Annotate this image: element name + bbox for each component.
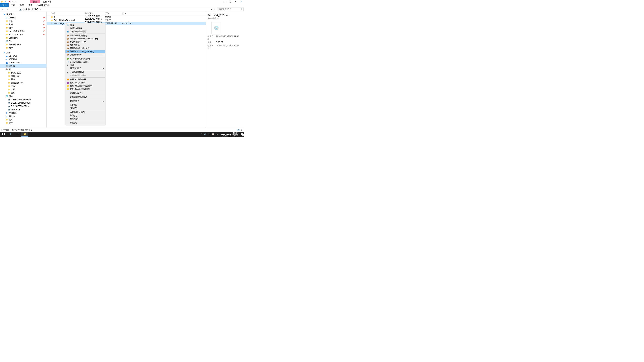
dropdown-icon[interactable]: ▾ (16, 0, 18, 3)
input-method-icon[interactable]: 📋 (212, 133, 214, 135)
ribbon-tab-file[interactable]: 文件 (0, 3, 9, 7)
nav-desktop[interactable]: 桌面 (0, 51, 46, 54)
refresh-icon[interactable]: ⟳ (213, 8, 215, 10)
nav-quick-access[interactable]: 快速访问 (0, 13, 46, 16)
security-icon[interactable]: ▲ (216, 133, 218, 135)
taskbar-explorer[interactable]: 📁 (21, 132, 28, 137)
nav-item[interactable]: Bandicam (0, 36, 46, 39)
view-thumbnails-button[interactable]: ▦ (240, 129, 243, 131)
nav-control-panel[interactable]: 控制面板 (0, 111, 46, 115)
ribbon-tab-view[interactable]: 查看 (26, 3, 35, 7)
nav-item[interactable]: 图片 (0, 46, 46, 50)
nav-item[interactable]: 保存的图片 (0, 71, 46, 74)
file-row[interactable]: 12020/12/15, 星期二 1...文件夹 (46, 15, 206, 18)
nav-item[interactable]: OneDrive (0, 54, 46, 58)
close-button[interactable]: ✕ (234, 0, 237, 3)
context-menu-item[interactable]: 通过QQ发送到 (66, 91, 105, 95)
context-menu-item[interactable]: 📦解压到(F)... (66, 43, 105, 47)
nav-item[interactable]: PC-20190530OBLA (0, 105, 46, 108)
breadcrumb-segment[interactable]: 文档 (E:) (32, 8, 40, 11)
column-name[interactable]: 名称 (51, 12, 84, 15)
context-menu-item[interactable]: 复制(C) (66, 107, 105, 110)
context-menu-item[interactable]: 🟡使用 360管理右键菜单 (66, 87, 105, 91)
context-menu-item[interactable]: 📘上传到有道云笔记 (66, 30, 105, 33)
nav-item[interactable]: WPS网盘 (0, 58, 46, 61)
ribbon-tab-share[interactable]: 共享 (18, 3, 26, 7)
nav-forward[interactable]: → (6, 8, 10, 10)
breadcrumb[interactable]: › 此电脑 › 文档 (E:) › (18, 8, 209, 11)
delete-x-icon[interactable]: ✖ (8, 0, 11, 3)
context-menu-item[interactable]: 💿装载 (66, 24, 105, 27)
help-icon[interactable]: ? (240, 0, 242, 3)
context-menu-item[interactable]: 📦用360压缩打开(Q) (66, 40, 105, 43)
nav-item[interactable]: 文件 (0, 121, 46, 125)
nav-item[interactable]: Desktop📌 (0, 16, 46, 19)
nav-item[interactable]: ZMT2019 (0, 108, 46, 111)
nav-item[interactable]: excel表格制作求和📌 (0, 29, 46, 33)
start-button[interactable] (0, 132, 7, 137)
nav-item[interactable]: 天翼云盘下载 (0, 81, 46, 84)
view-details-button[interactable]: ☰ (237, 129, 240, 131)
volume-icon[interactable]: 🔊 (204, 133, 206, 135)
save-checkmark-icon[interactable]: ✔ (5, 0, 7, 3)
column-headers[interactable]: 名称 修改日期 类型 大小 (46, 12, 206, 15)
nav-up[interactable]: ↑ (14, 8, 18, 10)
nav-item[interactable]: 图片 (0, 84, 46, 88)
nav-recent-dropdown[interactable]: ▾ (11, 8, 14, 10)
nav-item[interactable]: win7重装win7 (0, 43, 46, 46)
file-row[interactable]: BaiduNetdiskDownload2020/12/25, 星期五 1...… (46, 18, 206, 22)
nav-item[interactable]: 文档 (0, 88, 46, 91)
context-menu-item[interactable]: 📦解压到当前文件夹(X) (66, 47, 105, 50)
tray-overflow-icon[interactable]: ˄ (201, 133, 202, 135)
overflow-icon[interactable]: ⋯ (12, 0, 14, 3)
context-menu-item[interactable]: 📦其他压缩命令▶ (66, 53, 105, 56)
nav-item[interactable]: Administrator (0, 61, 46, 64)
context-menu-item[interactable]: 刻录光盘映像 (66, 27, 105, 30)
action-center-icon[interactable]: 💬3 (241, 133, 243, 135)
context-menu-item[interactable]: 剪切(T) (66, 104, 105, 107)
context-menu-item[interactable]: 属性(R) (66, 121, 105, 124)
context-menu-item[interactable]: 🟢用 蜂蜜浏览器 浏览(3) (66, 57, 105, 60)
nav-item[interactable]: YUNQISHI2019📌 (0, 33, 46, 36)
column-size[interactable]: 大小 (121, 12, 134, 15)
ribbon-tab-iso-tools[interactable]: 光盘映像工具 (35, 3, 52, 7)
nav-item[interactable]: 下载📌 (0, 19, 46, 23)
nav-item[interactable]: G:\ (0, 39, 46, 43)
nav-item[interactable]: 视频 (0, 78, 46, 81)
ribbon-tab-home[interactable]: 主页 (9, 3, 18, 7)
context-menu-item[interactable]: 📦添加到压缩文件(A)... (66, 34, 105, 37)
context-menu-item[interactable]: 📦添加到 "Win7x64_2020.zip" (T) (66, 37, 105, 40)
search-button[interactable]: 🔍 (7, 132, 14, 137)
context-menu-item[interactable]: 发送到(N)▶ (66, 99, 105, 103)
nav-network[interactable]: 网络 (0, 94, 46, 98)
nav-item[interactable]: DESKTOP-NJEU3CG (0, 101, 46, 105)
nav-libraries[interactable]: 库 (0, 68, 46, 71)
context-menu-item[interactable]: 📄Edit with Notepad++ (66, 60, 105, 63)
nav-item[interactable]: 图片📌 (0, 26, 46, 29)
ime-indicator[interactable]: 中 (208, 133, 210, 136)
context-menu-item[interactable]: 创建快捷方式(S) (66, 111, 105, 114)
column-type[interactable]: 类型 (104, 12, 121, 15)
system-clock[interactable]: 16:32 2020/12/25, 星期五 (220, 132, 239, 137)
context-menu-item[interactable]: 🟧使用 360解除占用 (66, 78, 105, 81)
context-menu-item[interactable]: 🟪使用 360强力删除 (66, 81, 105, 84)
context-menu-item[interactable]: 📦解压到 Win7x64_2020\ (E) (66, 50, 105, 53)
search-input[interactable]: 搜索"文档 (E:)" (217, 7, 244, 11)
nav-item[interactable]: 音乐 (0, 91, 46, 94)
context-menu-item[interactable]: 删除(D) (66, 114, 105, 117)
context-menu-item[interactable]: ☁上传到百度网盘 (66, 71, 105, 74)
context-menu-item[interactable]: 还原以前的版本(V) (66, 95, 105, 99)
context-menu-item[interactable]: ↗共享 (66, 63, 105, 67)
context-menu-item[interactable]: 🟡使用 360进行木马云查杀 (66, 84, 105, 87)
nav-recycle-bin[interactable]: 回收站 (0, 115, 46, 118)
maximize-button[interactable]: ▢ (229, 0, 232, 3)
context-menu-item[interactable]: 重命名(M) (66, 117, 105, 120)
nav-item[interactable]: DESKTOP-LSSOEDP (0, 98, 46, 101)
nav-back[interactable]: ← (1, 8, 5, 10)
address-dropdown-icon[interactable]: ▾ (211, 8, 212, 10)
nav-item[interactable]: 文档📌 (0, 23, 46, 26)
context-menu-item[interactable]: 打开方式(H)▶ (66, 67, 105, 70)
minimize-button[interactable]: — (224, 0, 226, 3)
contextual-tab-manage[interactable]: 管理 (30, 0, 40, 3)
breadcrumb-segment[interactable]: 此电脑 (24, 8, 30, 11)
